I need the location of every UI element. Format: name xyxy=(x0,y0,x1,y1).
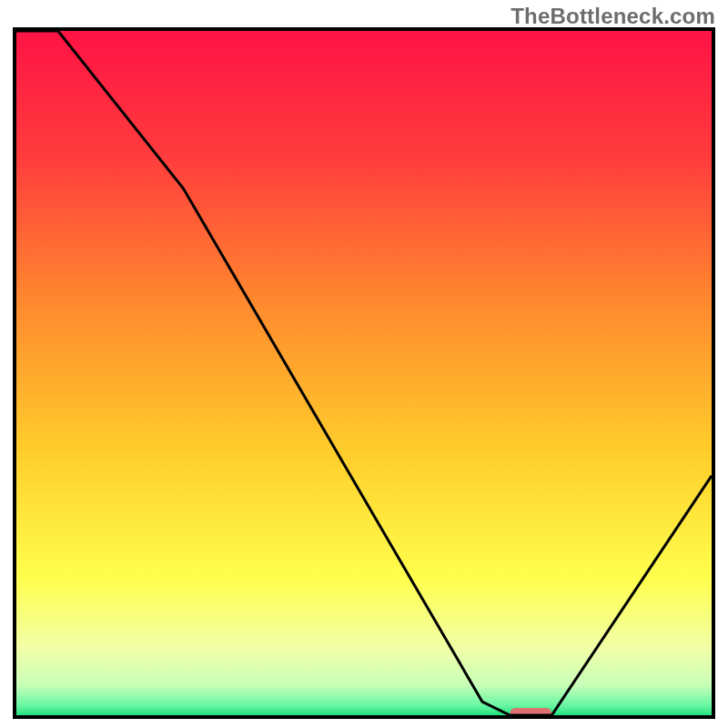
bottleneck-chart xyxy=(13,27,715,719)
chart-svg xyxy=(16,31,712,715)
watermark-text: TheBottleneck.com xyxy=(511,4,715,29)
chart-background xyxy=(16,31,712,715)
